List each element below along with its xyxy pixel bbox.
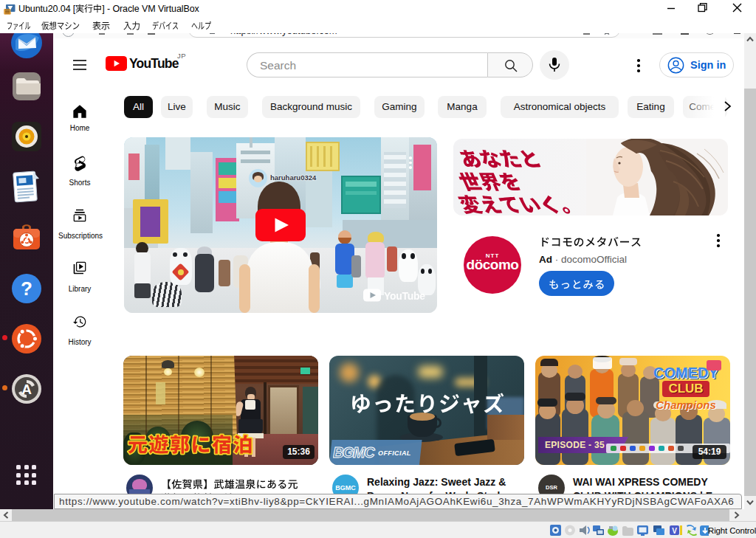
- svg-text:?: ?: [21, 277, 32, 300]
- svg-text:V: V: [672, 527, 677, 535]
- svg-text:BGMC: BGMC: [333, 444, 375, 461]
- svg-text:YouTube: YouTube: [384, 290, 425, 302]
- svg-text:A: A: [21, 382, 32, 397]
